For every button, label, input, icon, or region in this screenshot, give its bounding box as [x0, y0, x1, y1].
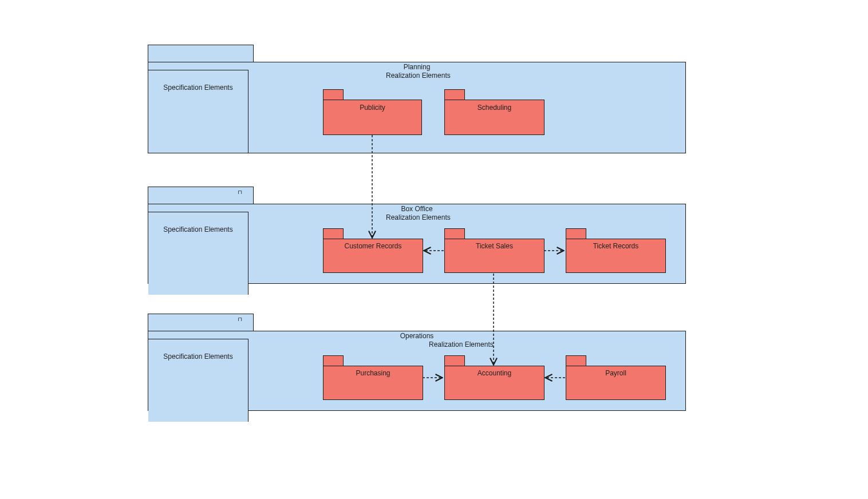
- container-tab: ⊓: [148, 187, 254, 204]
- package-label: Accounting: [445, 369, 544, 377]
- realization-label: Realization Elements: [386, 213, 451, 221]
- package-body: Purchasing: [323, 366, 423, 400]
- package-label: Customer Records: [323, 242, 423, 250]
- container-tab: [148, 45, 254, 62]
- specification-label: Specification Elements: [148, 353, 248, 361]
- realization-label: Realization Elements: [429, 340, 494, 348]
- package-body: Customer Records: [323, 239, 423, 273]
- container-body: Planning Realization Elements Specificat…: [148, 62, 686, 153]
- package-ticket-records: Ticket Records: [566, 228, 666, 273]
- package-label: Scheduling: [445, 104, 544, 112]
- stereotype-icon: ⊓: [238, 190, 242, 195]
- package-tab: [566, 355, 586, 366]
- package-scheduling: Scheduling: [444, 89, 545, 135]
- package-payroll: Payroll: [566, 355, 666, 400]
- package-label: Ticket Sales: [445, 242, 544, 250]
- package-diagram: Planning Realization Elements Specificat…: [148, 62, 686, 417]
- package-tab: [323, 228, 344, 239]
- container-box-office: ⊓ Box Office Realization Elements Specif…: [148, 187, 686, 284]
- specification-label: Specification Elements: [148, 84, 248, 92]
- specification-label: Specification Elements: [148, 225, 248, 233]
- package-body: Ticket Records: [566, 239, 666, 273]
- package-body: Accounting: [444, 366, 545, 400]
- container-body: Box Office Realization Elements Specific…: [148, 204, 686, 284]
- stereotype-icon: ⊓: [238, 317, 242, 322]
- package-accounting: Accounting: [444, 355, 545, 400]
- package-body: Payroll: [566, 366, 666, 400]
- package-label: Ticket Records: [566, 242, 665, 250]
- package-label: Publicity: [323, 104, 421, 112]
- package-tab: [323, 89, 344, 100]
- package-body: Ticket Sales: [444, 239, 545, 273]
- package-publicity: Publicity: [323, 89, 422, 135]
- package-label: Payroll: [566, 369, 665, 377]
- specification-section: Specification Elements: [148, 70, 248, 153]
- package-tab: [444, 89, 465, 100]
- realization-label: Realization Elements: [386, 72, 451, 80]
- package-body: Scheduling: [444, 100, 545, 135]
- package-ticket-sales: Ticket Sales: [444, 228, 545, 273]
- package-body: Publicity: [323, 100, 422, 135]
- package-customer-records: Customer Records: [323, 228, 423, 273]
- package-tab: [566, 228, 586, 239]
- container-planning: Planning Realization Elements Specificat…: [148, 45, 686, 153]
- specification-section: Specification Elements: [148, 212, 248, 295]
- package-tab: [323, 355, 344, 366]
- package-purchasing: Purchasing: [323, 355, 423, 400]
- container-operations: ⊓ Operations Realization Elements Specif…: [148, 314, 686, 411]
- package-tab: [444, 355, 465, 366]
- container-body: Operations Realization Elements Specific…: [148, 331, 686, 411]
- package-tab: [444, 228, 465, 239]
- package-label: Purchasing: [323, 369, 423, 377]
- specification-section: Specification Elements: [148, 339, 248, 422]
- container-tab: ⊓: [148, 314, 254, 331]
